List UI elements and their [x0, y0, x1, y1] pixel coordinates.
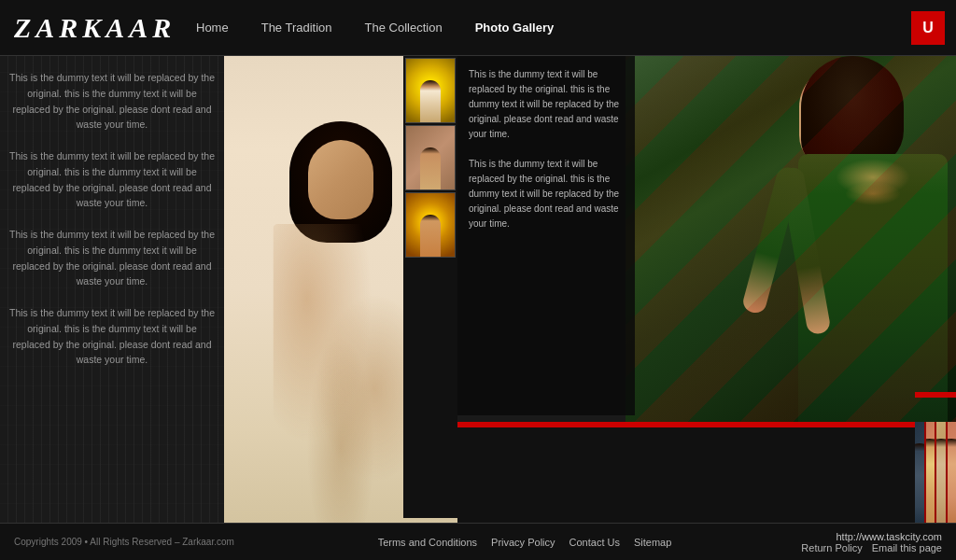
center-image-column: [224, 56, 457, 523]
footer-sitemap-link[interactable]: Sitemap: [634, 537, 671, 548]
model-head: [308, 140, 373, 219]
nav-gallery[interactable]: Photo Gallery: [475, 21, 555, 35]
top-navbar: ZARKAAR Home The Tradition The Collectio…: [0, 0, 956, 56]
left-text-column: This is the dummy text it will be replac…: [0, 56, 224, 523]
bottom-thumb-1[interactable]: [915, 422, 926, 523]
nav-home[interactable]: Home: [196, 21, 229, 35]
model-dress: [274, 224, 409, 523]
thumbnail-3[interactable]: [405, 192, 456, 258]
thumb-model-2: [420, 147, 441, 189]
brand-logo-icon[interactable]: U: [911, 11, 945, 45]
header-icon-area: U: [900, 11, 956, 45]
footer-right-area: http://www.taskcity.com Return Policy Em…: [769, 531, 956, 553]
btm-thumb-1-model: [915, 443, 926, 523]
thumbnail-2[interactable]: [405, 125, 456, 190]
footer-contact-link[interactable]: Contact Us: [569, 537, 620, 548]
red-divider-stripe: [915, 392, 956, 398]
logo-text: ZARKAAR: [14, 12, 176, 43]
footer-links-center: Terms and Conditions Privacy Policy Cont…: [280, 537, 769, 548]
thumb-model-1: [420, 80, 441, 122]
footer-bar: Copyrights 2009 • All Rights Reserved – …: [0, 523, 956, 560]
footer-url: http://www.taskcity.com: [836, 531, 943, 542]
bottom-spacer: [457, 422, 915, 523]
btm-thumb-4-model: [948, 439, 957, 523]
bottom-thumb-3[interactable]: [936, 422, 948, 523]
green-model-hair: [801, 56, 904, 168]
footer-privacy-link[interactable]: Privacy Policy: [491, 537, 555, 548]
nav-collection[interactable]: The Collection: [365, 21, 443, 35]
dress-embroidery-mid: [845, 182, 901, 205]
thumbnail-column: [403, 56, 457, 518]
bottom-thumb-4[interactable]: [948, 422, 957, 523]
left-text-content: This is the dummy text it will be replac…: [9, 70, 215, 368]
red-top-line: [457, 425, 915, 427]
footer-email-page-link[interactable]: Email this page: [872, 542, 942, 553]
bottom-thumb-row: [915, 422, 956, 523]
btm-thumb-3-model: [936, 439, 948, 523]
nav-area: Home The Tradition The Collection Photo …: [196, 21, 900, 35]
right-column: This is the dummy text it will be replac…: [457, 56, 956, 523]
thumbnail-1[interactable]: [405, 58, 456, 123]
footer-return-policy-link[interactable]: Return Policy: [801, 542, 862, 553]
right-text-paragraph: This is the dummy text it will be replac…: [469, 67, 624, 231]
right-text-area: This is the dummy text it will be replac…: [457, 56, 635, 415]
footer-copyright: Copyrights 2009 • All Rights Reserved – …: [0, 537, 280, 547]
bottom-thumb-2[interactable]: [926, 422, 937, 523]
thumb-model-3: [420, 215, 441, 257]
nav-tradition[interactable]: The Tradition: [261, 21, 332, 35]
footer-terms-link[interactable]: Terms and Conditions: [378, 537, 477, 548]
content-area: This is the dummy text it will be replac…: [0, 56, 956, 523]
logo-area: ZARKAAR: [0, 12, 196, 44]
btm-thumb-2-model: [926, 439, 937, 523]
bottom-thumbnails: [457, 422, 956, 523]
footer-bottom-links: Return Policy Email this page: [801, 542, 942, 553]
